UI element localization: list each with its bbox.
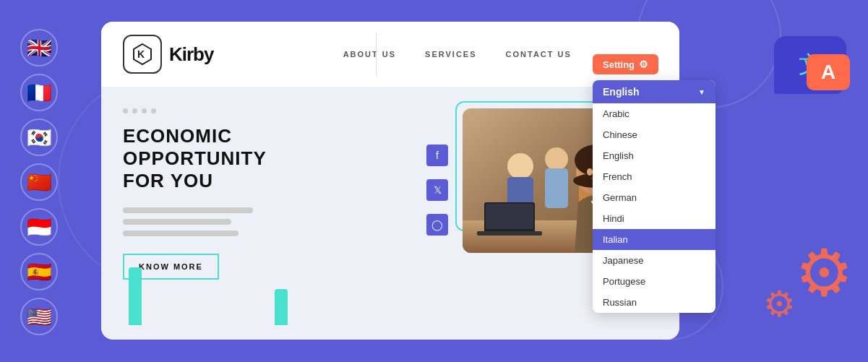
svg-text:K: K <box>137 48 145 60</box>
flag-uk[interactable]: 🇬🇧 <box>20 29 58 66</box>
lang-russian[interactable]: Russian <box>593 292 716 313</box>
dots-row <box>123 108 441 113</box>
twitter-icon[interactable]: 𝕏 <box>426 179 448 201</box>
flag-cn[interactable]: 🇨🇳 <box>20 163 58 201</box>
dot-3 <box>142 108 147 113</box>
social-icons: f 𝕏 ◯ <box>426 145 448 236</box>
text-lines <box>123 207 441 236</box>
lang-french[interactable]: French <box>593 166 716 187</box>
svg-point-5 <box>545 147 568 171</box>
lang-japanese[interactable]: Japanese <box>593 250 716 271</box>
svg-point-3 <box>507 153 533 179</box>
instagram-icon[interactable]: ◯ <box>426 214 448 236</box>
gear-large-icon: ⚙ <box>795 235 854 311</box>
translate-a-icon: A <box>807 54 850 90</box>
gear-icon-small: ⚙ <box>639 59 648 70</box>
dropdown-selected-value[interactable]: English ▼ <box>593 80 716 103</box>
logo-hex: K <box>123 35 162 74</box>
flag-us[interactable]: 🇺🇸 <box>20 298 58 335</box>
flag-es[interactable]: 🇪🇸 <box>20 253 58 290</box>
flag-id[interactable]: 🇮🇩 <box>20 208 58 246</box>
svg-rect-6 <box>545 168 568 208</box>
lang-arabic[interactable]: Arabic <box>593 103 716 124</box>
facebook-icon[interactable]: f <box>426 145 448 166</box>
lang-italian[interactable]: Italian <box>593 229 716 250</box>
text-line-1 <box>123 207 253 213</box>
nav-divider <box>376 33 377 76</box>
flag-kr[interactable]: 🇰🇷 <box>20 118 58 156</box>
teal-bar-mid <box>275 289 288 325</box>
svg-rect-11 <box>486 204 533 229</box>
lang-german[interactable]: German <box>593 187 716 208</box>
dot-4 <box>151 108 156 113</box>
right-decorations: 文 A ⚙ ⚙ <box>738 14 854 347</box>
nav-contact[interactable]: CONTACT US <box>506 50 572 59</box>
hero-title: ECONOMIC OPPORTUNITY FOR YOU <box>123 125 441 193</box>
svg-rect-12 <box>477 231 542 236</box>
chevron-down-icon: ▼ <box>698 88 705 96</box>
language-dropdown: English ▼ Arabic Chinese English French … <box>593 80 716 313</box>
logo-text: Kirby <box>169 43 213 66</box>
svg-point-16 <box>587 168 593 176</box>
lang-english[interactable]: English <box>593 145 716 166</box>
dot-1 <box>123 108 128 113</box>
setting-button-label: Setting <box>603 59 635 70</box>
text-line-2 <box>123 219 231 225</box>
flags-column: 🇬🇧 🇫🇷 🇰🇷 🇨🇳 🇮🇩 🇪🇸 🇺🇸 <box>20 29 58 335</box>
setting-dropdown: Setting ⚙ English ▼ Arabic Chinese Engli… <box>593 54 658 74</box>
lang-portugese[interactable]: Portugese <box>593 271 716 292</box>
nav-services[interactable]: SERVICES <box>425 50 476 59</box>
dot-2 <box>132 108 137 113</box>
text-line-3 <box>123 230 239 236</box>
gear-small-icon: ⚙ <box>763 283 796 325</box>
setting-button[interactable]: Setting ⚙ <box>593 54 658 74</box>
lang-chinese[interactable]: Chinese <box>593 124 716 145</box>
teal-bar-left <box>129 267 142 325</box>
flag-fr[interactable]: 🇫🇷 <box>20 74 58 111</box>
nav-about[interactable]: ABOUT US <box>343 50 396 59</box>
lang-hindi[interactable]: Hindi <box>593 208 716 229</box>
hero-section: ECONOMIC OPPORTUNITY FOR YOU KNOW MORE f… <box>123 101 441 325</box>
